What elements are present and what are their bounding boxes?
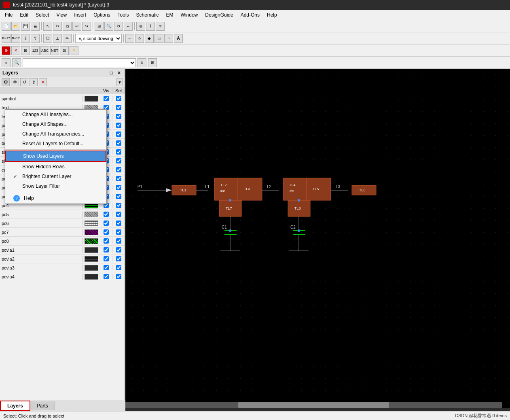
- layer-sel-cell[interactable]: [112, 132, 125, 137]
- tb-grid[interactable]: ⊞: [95, 22, 104, 31]
- layer-row[interactable]: pc5: [0, 210, 125, 219]
- layer-sel-checkbox[interactable]: [116, 105, 121, 110]
- tb-diamond[interactable]: ◆: [145, 34, 154, 43]
- tb-angle[interactable]: ⌐: [125, 34, 134, 43]
- layer-sel-checkbox[interactable]: [116, 132, 121, 137]
- layer-pattern-cell[interactable]: [83, 220, 100, 227]
- layer-pattern-cell[interactable]: [83, 264, 100, 272]
- tb-redo[interactable]: ↪: [82, 22, 91, 31]
- tb-new[interactable]: 📄: [2, 22, 11, 31]
- layer-sel-cell[interactable]: [112, 176, 125, 181]
- layer-sel-cell[interactable]: [112, 247, 125, 252]
- layer-sel-checkbox[interactable]: [116, 212, 121, 217]
- layer-sel-cell[interactable]: [112, 194, 125, 199]
- layer-sel-cell[interactable]: [112, 96, 125, 101]
- layer-row[interactable]: pcvia3: [0, 263, 125, 272]
- layer-vis-cell[interactable]: [100, 238, 112, 244]
- layer-sel-cell[interactable]: [112, 274, 125, 279]
- tb-search-nav[interactable]: 🔍: [12, 58, 21, 67]
- layer-pattern-cell[interactable]: [83, 238, 100, 245]
- menu-change-shapes[interactable]: Change All Shapes...: [5, 119, 106, 129]
- layer-pattern-cell[interactable]: [83, 273, 100, 280]
- layers-dropdown-arrow[interactable]: ▼: [116, 78, 123, 86]
- menu-help[interactable]: Help: [264, 11, 280, 19]
- layer-sel-checkbox[interactable]: [116, 114, 121, 119]
- layer-sel-checkbox[interactable]: [116, 96, 121, 101]
- tab-parts[interactable]: Parts: [30, 401, 55, 410]
- layer-vis-cell[interactable]: [100, 212, 112, 217]
- menu-reset-layers[interactable]: Reset All Layers to Default...: [5, 139, 106, 148]
- layer-sel-checkbox[interactable]: [116, 158, 121, 163]
- tb-shape1[interactable]: ⬠: [43, 34, 52, 43]
- layer-row[interactable]: pc7: [0, 228, 125, 237]
- layer-vis-cell[interactable]: [100, 247, 112, 252]
- layer-sel-checkbox[interactable]: [116, 176, 121, 181]
- tb-zoom[interactable]: 🔍: [104, 22, 113, 31]
- layer-pattern-cell[interactable]: [83, 246, 100, 254]
- menu-brighten-layer[interactable]: ✓ Brighten Current Layer: [5, 172, 106, 181]
- layer-sel-checkbox[interactable]: [116, 140, 121, 146]
- layer-vis-checkbox[interactable]: [104, 247, 109, 252]
- tb-path[interactable]: ◇: [135, 34, 144, 43]
- tb-label[interactable]: 123: [31, 46, 40, 55]
- menu-change-transparencies[interactable]: Change All Transparencies...: [5, 129, 106, 139]
- layer-pattern-cell[interactable]: [83, 95, 100, 102]
- menu-insert[interactable]: Insert: [71, 11, 89, 19]
- menu-show-layer-filter[interactable]: Show Layer Filter: [5, 181, 106, 191]
- tb-draw[interactable]: ✏: [63, 34, 72, 43]
- tb-net[interactable]: ⊞: [21, 46, 30, 55]
- layer-sel-checkbox[interactable]: [116, 123, 121, 128]
- tb-rect[interactable]: ▭: [154, 34, 163, 43]
- layer-sel-checkbox[interactable]: [116, 167, 121, 172]
- menu-select[interactable]: Select: [32, 11, 52, 19]
- layer-sel-cell[interactable]: [112, 256, 125, 261]
- menu-addons[interactable]: Add-Ons: [237, 11, 263, 19]
- tb-connect[interactable]: ⊕: [136, 22, 145, 31]
- nav-select[interactable]: [23, 58, 136, 67]
- menu-em[interactable]: EM: [163, 11, 177, 19]
- menu-help[interactable]: ? Help: [5, 193, 106, 204]
- layer-sel-checkbox[interactable]: [116, 265, 121, 270]
- menu-file[interactable]: File: [2, 11, 16, 19]
- panel-close-btn[interactable]: ×: [116, 70, 122, 76]
- layer-vis-cell[interactable]: [100, 274, 112, 279]
- layer-pattern-cell[interactable]: [83, 229, 100, 236]
- layer-sel-checkbox[interactable]: [116, 238, 121, 244]
- tb-coord[interactable]: ⊕: [138, 58, 146, 67]
- layer-vis-checkbox[interactable]: [104, 221, 109, 226]
- tb-copy[interactable]: ⧉: [63, 22, 72, 31]
- menu-show-used-layers[interactable]: Show Used Layers: [5, 151, 106, 162]
- layer-sel-checkbox[interactable]: [116, 221, 121, 226]
- layers-eye-btn[interactable]: 👁: [11, 78, 19, 86]
- tb-abc[interactable]: ABC: [40, 46, 49, 55]
- menu-view[interactable]: View: [53, 11, 70, 19]
- menu-window[interactable]: Window: [178, 11, 201, 19]
- layer-vis-checkbox[interactable]: [104, 274, 109, 279]
- layer-sel-cell[interactable]: [112, 238, 125, 244]
- tb-print[interactable]: 🖨: [31, 22, 40, 31]
- layer-sel-checkbox[interactable]: [116, 149, 121, 155]
- layers-settings-btn[interactable]: ⚙: [2, 78, 10, 86]
- layer-vis-cell[interactable]: [100, 256, 112, 261]
- panel-float-btn[interactable]: □: [108, 70, 114, 76]
- tb-wire[interactable]: ⌇: [146, 22, 155, 31]
- layer-sel-checkbox[interactable]: [116, 203, 121, 208]
- layer-vis-cell[interactable]: [100, 96, 112, 101]
- tb-rotate[interactable]: ↻: [114, 22, 123, 31]
- layer-row[interactable]: pc6: [0, 219, 125, 228]
- layer-sel-cell[interactable]: [112, 229, 125, 235]
- layer-sel-checkbox[interactable]: [116, 247, 121, 252]
- layer-row[interactable]: pcvia4: [0, 272, 125, 281]
- layer-row[interactable]: pc8: [0, 237, 125, 246]
- layer-pattern-cell[interactable]: [83, 211, 100, 218]
- layers-refresh-btn[interactable]: ↺: [20, 78, 28, 86]
- canvas-hscroll-thumb[interactable]: [238, 402, 389, 408]
- tb-select[interactable]: ↖: [43, 22, 52, 31]
- layer-sel-cell[interactable]: [112, 265, 125, 270]
- layer-vis-checkbox[interactable]: [104, 212, 109, 217]
- menu-change-linestyles[interactable]: Change All Linestyles...: [5, 110, 106, 119]
- layer-sel-checkbox[interactable]: [116, 185, 121, 190]
- layer-sel-checkbox[interactable]: [116, 194, 121, 199]
- menu-tools[interactable]: Tools: [114, 11, 132, 19]
- tb-func2[interactable]: ⇧: [31, 34, 40, 43]
